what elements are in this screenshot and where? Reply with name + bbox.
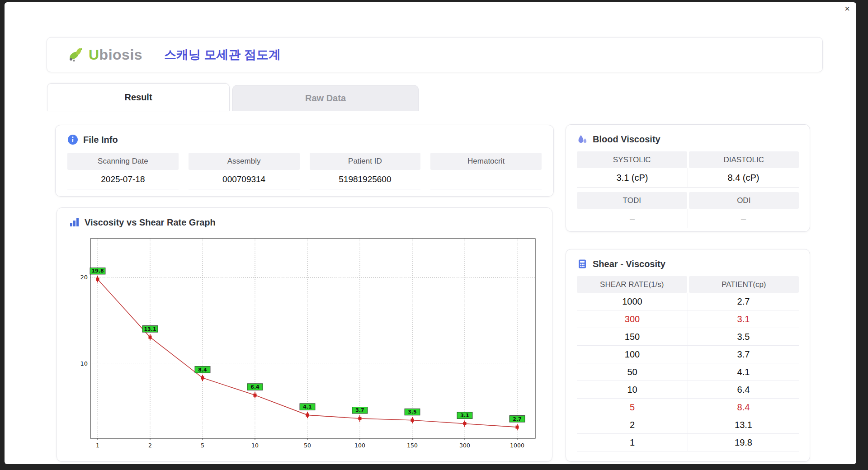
table-row: 1503.5 bbox=[577, 328, 799, 346]
table-row: 213.1 bbox=[577, 416, 799, 434]
systolic-value: 3.1 (cP) bbox=[577, 168, 688, 188]
page-title: 스캐닝 모세관 점도계 bbox=[164, 47, 281, 63]
shear-rate-column-header: SHEAR RATE(1/s) bbox=[577, 276, 687, 293]
shear-rate-cell: 300 bbox=[577, 310, 688, 328]
file-info-fields: Scanning Date 2025-07-18 Assembly 000709… bbox=[67, 153, 542, 189]
field-label: Patient ID bbox=[310, 153, 421, 170]
patient-viscosity-cell: 3.7 bbox=[688, 346, 799, 363]
table-header-row: SHEAR RATE(1/s) PATIENT(cp) bbox=[577, 276, 799, 293]
svg-text:3.5: 3.5 bbox=[408, 409, 417, 415]
file-info-title-row: File Info bbox=[67, 134, 542, 145]
shear-rate-cell: 100 bbox=[577, 346, 688, 363]
field-hematocrit: Hematocrit bbox=[430, 153, 542, 189]
odi-header: ODI bbox=[689, 192, 799, 209]
shear-table-body: 10002.73003.11503.51003.7504.1106.458.42… bbox=[577, 293, 799, 451]
calculator-icon bbox=[577, 258, 588, 269]
patient-viscosity-cell: 19.8 bbox=[688, 434, 799, 451]
table-row: 504.1 bbox=[577, 363, 799, 381]
blood-viscosity-title-row: Blood Viscosity bbox=[577, 134, 799, 145]
shear-viscosity-title-row: Shear - Viscosity bbox=[577, 258, 799, 269]
field-value: 2025-07-18 bbox=[67, 170, 179, 189]
field-value bbox=[430, 170, 542, 189]
field-label: Scanning Date bbox=[67, 153, 179, 170]
blood-viscosity-grid: SYSTOLIC DIASTOLIC 3.1 (cP) 8.4 (cP) TOD… bbox=[577, 151, 799, 228]
svg-text:150: 150 bbox=[407, 442, 418, 449]
svg-text:5: 5 bbox=[201, 442, 204, 449]
shear-rate-cell: 50 bbox=[577, 363, 688, 381]
svg-text:300: 300 bbox=[459, 442, 470, 449]
patient-viscosity-cell: 4.1 bbox=[688, 363, 799, 381]
shear-rate-cell: 150 bbox=[577, 328, 688, 345]
svg-text:2.7: 2.7 bbox=[513, 416, 522, 422]
table-row: 58.4 bbox=[577, 399, 799, 416]
patient-viscosity-cell: 13.1 bbox=[688, 416, 799, 433]
table-row: 119.8 bbox=[577, 434, 799, 451]
svg-text:8.4: 8.4 bbox=[198, 367, 207, 373]
shear-viscosity-panel: Shear - Viscosity SHEAR RATE(1/s) PATIEN… bbox=[566, 249, 810, 462]
svg-text:10: 10 bbox=[80, 360, 88, 367]
svg-text:50: 50 bbox=[304, 442, 311, 449]
field-value: 51981925600 bbox=[310, 170, 421, 189]
field-label: Hematocrit bbox=[430, 153, 542, 170]
odi-value: – bbox=[688, 209, 799, 228]
svg-text:1: 1 bbox=[96, 442, 99, 449]
blood-viscosity-title: Blood Viscosity bbox=[593, 134, 660, 145]
field-assembly: Assembly 000709314 bbox=[189, 153, 300, 189]
header: Ubiosis 스캐닝 모세관 점도계 bbox=[47, 37, 823, 72]
ubiosis-logo: Ubiosis bbox=[67, 47, 142, 63]
logo-text: Ubiosis bbox=[89, 47, 142, 63]
patient-column-header: PATIENT(cp) bbox=[689, 276, 799, 293]
todi-header: TODI bbox=[577, 192, 687, 209]
svg-text:100: 100 bbox=[354, 442, 365, 449]
bar-chart-icon bbox=[69, 217, 80, 228]
leaf-logo-icon bbox=[67, 47, 86, 63]
patient-viscosity-cell: 6.4 bbox=[688, 381, 799, 398]
svg-text:13.1: 13.1 bbox=[144, 326, 156, 332]
todi-value: – bbox=[577, 209, 688, 228]
svg-text:19.8: 19.8 bbox=[91, 268, 104, 274]
svg-text:3.7: 3.7 bbox=[355, 407, 364, 413]
tab-raw-data[interactable]: Raw Data bbox=[232, 85, 419, 111]
shear-viscosity-title: Shear - Viscosity bbox=[593, 259, 665, 269]
blood-viscosity-panel: Blood Viscosity SYSTOLIC DIASTOLIC 3.1 (… bbox=[566, 124, 810, 232]
graph-panel: Viscosity vs Shear Rate Graph 1020125105… bbox=[57, 207, 552, 462]
info-icon bbox=[67, 134, 78, 145]
field-label: Assembly bbox=[189, 153, 300, 170]
patient-viscosity-cell: 2.7 bbox=[688, 293, 799, 310]
patient-viscosity-cell: 3.5 bbox=[688, 328, 799, 345]
table-row: 1003.7 bbox=[577, 346, 799, 363]
shear-rate-cell: 10 bbox=[577, 381, 688, 398]
viscosity-chart: 10201251050100150300100019.813.18.46.44.… bbox=[69, 232, 541, 451]
close-icon[interactable]: × bbox=[844, 4, 850, 13]
app-window: × Ubiosis 스캐닝 모세관 점도계 Result Raw Data Fi… bbox=[5, 2, 856, 464]
shear-rate-cell: 1000 bbox=[577, 293, 688, 310]
diastolic-header: DIASTOLIC bbox=[689, 151, 799, 168]
patient-viscosity-cell: 8.4 bbox=[688, 399, 799, 416]
svg-text:20: 20 bbox=[80, 274, 88, 281]
field-scanning-date: Scanning Date 2025-07-18 bbox=[67, 153, 179, 189]
diastolic-value: 8.4 (cP) bbox=[688, 168, 799, 188]
svg-text:4.1: 4.1 bbox=[303, 404, 312, 410]
svg-text:2: 2 bbox=[148, 442, 152, 449]
table-row: 106.4 bbox=[577, 381, 799, 399]
svg-text:6.4: 6.4 bbox=[250, 384, 259, 390]
field-patient-id: Patient ID 51981925600 bbox=[310, 153, 421, 189]
logo-text-u: U bbox=[89, 47, 99, 63]
systolic-header: SYSTOLIC bbox=[577, 151, 687, 168]
tab-result[interactable]: Result bbox=[47, 83, 230, 111]
svg-text:1000: 1000 bbox=[510, 442, 524, 449]
file-info-panel: File Info Scanning Date 2025-07-18 Assem… bbox=[55, 125, 554, 197]
graph-title-row: Viscosity vs Shear Rate Graph bbox=[69, 217, 540, 228]
svg-text:3.1: 3.1 bbox=[460, 413, 469, 418]
shear-rate-cell: 1 bbox=[577, 434, 688, 451]
svg-text:10: 10 bbox=[251, 442, 259, 449]
table-row: 3003.1 bbox=[577, 310, 799, 328]
shear-rate-cell: 5 bbox=[577, 399, 688, 416]
droplets-icon bbox=[577, 134, 588, 145]
logo-text-rest: biosis bbox=[99, 47, 142, 63]
graph-title: Viscosity vs Shear Rate Graph bbox=[85, 217, 216, 228]
field-value: 000709314 bbox=[189, 170, 300, 189]
shear-rate-cell: 2 bbox=[577, 416, 688, 433]
shear-viscosity-table: SHEAR RATE(1/s) PATIENT(cp) 10002.73003.… bbox=[577, 276, 799, 451]
table-row: 10002.7 bbox=[577, 293, 799, 310]
